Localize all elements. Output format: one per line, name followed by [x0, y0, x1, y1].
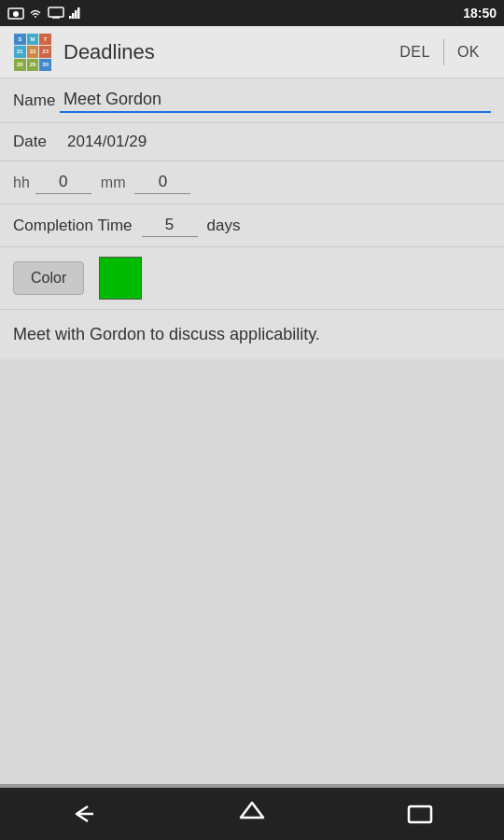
back-button[interactable]: [47, 795, 121, 833]
app-icon: S M T 21 22 23 28 29 30: [11, 31, 54, 74]
recents-button[interactable]: [383, 795, 457, 833]
status-bar-left: [7, 7, 80, 20]
completion-row: Completion Time days: [0, 204, 504, 247]
recents-icon: [407, 803, 433, 825]
mm-input[interactable]: [134, 171, 190, 194]
svg-rect-7: [77, 7, 80, 19]
svg-rect-10: [409, 806, 431, 822]
color-button[interactable]: Color: [13, 261, 84, 295]
time-row: hh mm: [0, 161, 504, 204]
status-bar: 18:50: [0, 0, 504, 26]
name-input[interactable]: [60, 88, 491, 113]
completion-input[interactable]: [142, 214, 198, 237]
color-row: Color: [0, 247, 504, 310]
back-icon: [69, 803, 99, 825]
content-area: Name Date 2014/01/29 hh mm Completion Ti…: [0, 78, 504, 784]
svg-rect-2: [49, 7, 63, 17]
days-label: days: [207, 217, 241, 235]
del-button[interactable]: DEL: [386, 36, 443, 68]
svg-rect-6: [75, 10, 77, 19]
date-row: Date 2014/01/29: [0, 123, 504, 161]
bottom-nav: [0, 788, 504, 840]
name-label: Name: [13, 91, 60, 110]
completion-label: Completion Time: [13, 217, 133, 235]
svg-rect-4: [69, 16, 72, 19]
app-bar: S M T 21 22 23 28 29 30 Deadlines DEL OK: [0, 26, 504, 78]
date-label: Date: [13, 133, 60, 151]
photo-icon: [7, 7, 24, 20]
scrollbar[interactable]: [0, 784, 504, 788]
hh-input[interactable]: [35, 171, 91, 194]
svg-point-1: [13, 11, 19, 17]
ok-button[interactable]: OK: [444, 36, 493, 68]
app-bar-actions: DEL OK: [386, 36, 493, 68]
date-value: 2014/01/29: [67, 133, 147, 151]
signal-icon: [69, 7, 80, 20]
home-icon: [239, 801, 265, 827]
app-title: Deadlines: [63, 40, 386, 64]
wifi-status-icon: [28, 7, 43, 20]
svg-marker-9: [241, 803, 263, 818]
notes-row: Meet with Gordon to discuss applicabilit…: [0, 310, 504, 359]
scrollbar-thumb[interactable]: [0, 784, 504, 788]
home-button[interactable]: [215, 795, 289, 833]
mm-label: mm: [101, 175, 126, 191]
color-swatch[interactable]: [99, 257, 142, 300]
svg-rect-5: [72, 13, 75, 19]
hh-label: hh: [13, 175, 30, 191]
monitor-icon: [47, 7, 65, 20]
name-row: Name: [0, 78, 504, 123]
notes-text: Meet with Gordon to discuss applicabilit…: [13, 325, 320, 343]
status-bar-time: 18:50: [463, 6, 497, 21]
